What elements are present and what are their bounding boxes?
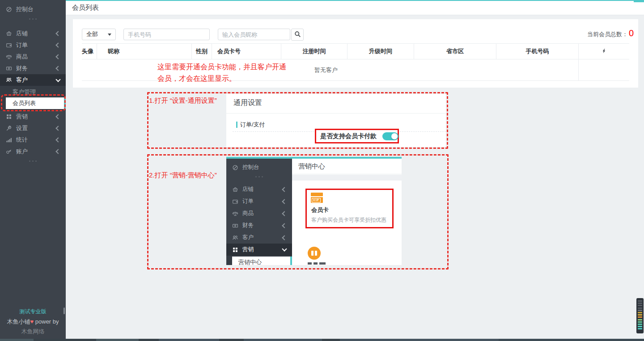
- vip-card-icon: VIP: [311, 193, 323, 203]
- page-title: 会员列表: [66, 1, 644, 14]
- account-icon: [6, 148, 12, 155]
- marketing-center-screenshot: 控制台店铺订单商品财务客户营销营销中心 营销中心 VIP 会员卡 客户购买会员卡…: [226, 157, 402, 265]
- progress-bar-block: [634, 0, 644, 2]
- sidebar-item-dashboard[interactable]: 控制台: [0, 4, 66, 15]
- chevron-left-icon: [55, 126, 60, 131]
- sidebar-item-account[interactable]: 账户: [0, 146, 66, 157]
- nav-label: 商品: [16, 53, 28, 61]
- taskbar-strip: [0, 339, 644, 341]
- heart-icon: ♥: [30, 318, 34, 325]
- sidebar-item-store[interactable]: 店铺: [0, 28, 66, 39]
- products-icon: [6, 54, 12, 60]
- column-header-label: 升级时间: [369, 47, 392, 55]
- company-name: 木鱼网络: [0, 328, 66, 336]
- nav-label: 账户: [16, 147, 28, 156]
- sidebar: 控制台店铺订单商品财务客户客户管理会员列表营销设置统计账户 测试专业版 木鱼小铺…: [0, 0, 66, 341]
- column-header-3: 性别: [191, 44, 212, 59]
- annotation-note-line1: 这里需要开通会员卡功能，并且客户开通: [157, 61, 286, 73]
- chevron-down-icon: [55, 77, 60, 82]
- sidebar-item-orders: 订单: [226, 195, 292, 207]
- column-header-2: 昵称: [97, 44, 191, 59]
- sidebar-subitem-marketing-center: 营销中心: [232, 257, 292, 265]
- nav-label: 店铺: [242, 185, 254, 193]
- sidebar-item-marketing[interactable]: 营销: [0, 111, 66, 122]
- section-title-text: 订单/支付: [240, 121, 265, 129]
- column-header-label: 性别: [196, 47, 208, 55]
- marketing-icon: [232, 247, 238, 253]
- nickname-input[interactable]: [218, 29, 290, 40]
- column-header-label: 省市区: [446, 47, 464, 55]
- nav-label: 订单: [16, 41, 28, 49]
- points-mall-icon: [308, 247, 321, 260]
- chevron-left-icon: [55, 31, 60, 36]
- sidebar-item-customers: 客户: [226, 232, 292, 244]
- brand-name: 木鱼小铺: [7, 318, 30, 325]
- edition-label: 测试专业版: [0, 308, 66, 316]
- phone-input[interactable]: [123, 29, 210, 40]
- member-list-highlight-ring: [1, 94, 66, 111]
- marketing-icon: [6, 114, 12, 120]
- column-header-7: 省市区: [414, 44, 496, 59]
- nav-label: 商品: [242, 210, 254, 217]
- store-icon: [232, 186, 238, 193]
- nav-label: 统计: [16, 136, 28, 144]
- orders-icon: [232, 198, 238, 205]
- sidebar-item-settings[interactable]: 设置: [0, 122, 66, 134]
- column-header-label: 昵称: [108, 47, 119, 55]
- column-header-8: 手机号码: [496, 44, 578, 59]
- member-total-label: 当前会员总数：: [587, 30, 628, 38]
- nav-label: 控制台: [242, 164, 259, 171]
- sidebar-nav: 控制台店铺订单商品财务客户客户管理会员列表营销设置统计账户: [0, 0, 66, 164]
- table-header-row: 头像昵称性别会员卡号注册时间升级时间省市区手机号码: [82, 43, 629, 59]
- caret-down-icon: [108, 34, 111, 36]
- annotation-note-line2: 会员，才会在这里显示。: [157, 73, 286, 84]
- nav-label: 控制台: [16, 5, 34, 13]
- nav-label: 设置: [16, 124, 28, 132]
- divider: [292, 174, 402, 174]
- nav-divider-dots: [0, 157, 66, 164]
- column-header-actions: [578, 44, 629, 59]
- dashboard-icon: [232, 164, 238, 171]
- sidebar-item-stats[interactable]: 统计: [0, 134, 66, 146]
- chevron-left-icon: [55, 114, 60, 119]
- column-header-label: 会员卡号: [217, 47, 241, 55]
- search-button[interactable]: [291, 29, 304, 41]
- sidebar-item-marketing: 营销: [226, 244, 292, 256]
- member-type-select[interactable]: 全部: [82, 29, 116, 40]
- column-header-4: 会员卡号: [212, 44, 281, 59]
- lightning-icon: [602, 48, 606, 55]
- sidebar-item-orders[interactable]: 订单: [0, 39, 66, 51]
- search-icon: [294, 31, 301, 39]
- sidebar-item-store: 店铺: [226, 183, 292, 195]
- toggle-label: 是否支持会员卡付款: [320, 132, 377, 140]
- power-by-text: power by: [34, 318, 59, 325]
- vip-card-title: 会员卡: [311, 206, 329, 214]
- column-header-6: 升级时间: [347, 44, 414, 59]
- chevron-left-icon: [282, 223, 287, 228]
- chevron-down-icon: [282, 246, 287, 251]
- vip-card-top-band: [311, 193, 323, 196]
- products-icon: [232, 210, 238, 217]
- nav-label: 店铺: [16, 29, 28, 38]
- sidebar-item-products[interactable]: 商品: [0, 51, 66, 63]
- app-root: 控制台店铺订单商品财务客户客户管理会员列表营销设置统计账户 测试专业版 木鱼小铺…: [0, 0, 644, 341]
- sidebar-item-finance: 财务: [226, 219, 292, 232]
- sidebar-item-products: 商品: [226, 207, 292, 219]
- sidebar-item-customers[interactable]: 客户: [0, 74, 66, 86]
- customers-icon: [6, 77, 12, 83]
- chevron-left-icon: [282, 211, 287, 216]
- subitem-label: 营销中心: [238, 259, 262, 265]
- sidebar-item-finance[interactable]: 财务: [0, 63, 66, 74]
- chevron-left-icon: [55, 42, 60, 47]
- column-divider: [578, 59, 579, 80]
- empty-text: 暂无客户: [314, 66, 338, 74]
- scroll-minimap[interactable]: [636, 298, 644, 333]
- member-total-value: 0: [629, 28, 634, 38]
- chevron-left-icon: [55, 137, 60, 142]
- member-card-payment-toggle: [382, 132, 398, 140]
- section-accent-bar: [236, 122, 237, 128]
- dashboard-icon: [6, 6, 12, 13]
- power-by-line: 木鱼小铺♥ power by: [0, 318, 66, 326]
- page-header: 会员列表: [66, 0, 644, 15]
- sidebar-item-dashboard: 控制台: [226, 161, 292, 173]
